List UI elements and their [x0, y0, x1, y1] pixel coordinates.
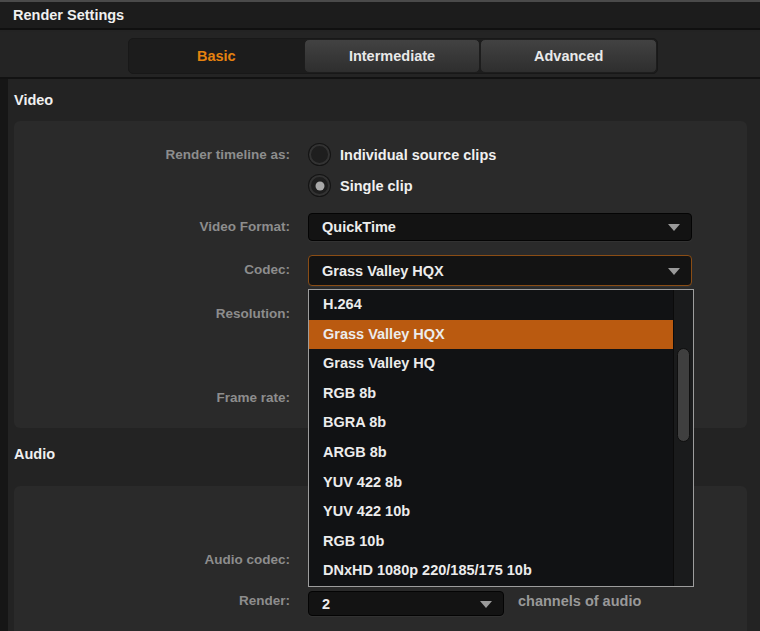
codec-dropdown-list: H.264Grass Valley HQXGrass Valley HQRGB …	[308, 289, 694, 587]
codec-option[interactable]: ARGB 8b	[309, 438, 693, 468]
render-settings-dialog: Render Settings Basic Intermediate Advan…	[0, 0, 760, 631]
codec-dropdown[interactable]: Grass Valley HQX	[308, 255, 692, 286]
tab-basic-label: Basic	[197, 48, 236, 64]
chevron-down-icon	[668, 224, 680, 231]
render-timeline-label: Render timeline as:	[0, 146, 290, 164]
codec-option[interactable]: BGRA 8b	[309, 408, 693, 438]
tab-group: Basic Intermediate Advanced	[128, 38, 658, 74]
codec-dropdown-items: H.264Grass Valley HQXGrass Valley HQRGB …	[309, 290, 693, 586]
codec-option[interactable]: Grass Valley HQX	[309, 320, 673, 350]
video-section-header: Video	[14, 92, 53, 108]
audio-channels-value: 2	[322, 596, 330, 612]
channels-of-audio-text: channels of audio	[518, 592, 641, 610]
dialog-title: Render Settings	[13, 7, 124, 23]
codec-option[interactable]: RGB 8b	[309, 379, 693, 409]
codec-option[interactable]: DNxHD 1080p 220/185/175 10b	[309, 556, 693, 586]
codec-option[interactable]: H.264	[309, 290, 693, 320]
chevron-down-icon	[480, 601, 492, 608]
audio-channels-dropdown[interactable]: 2	[308, 591, 504, 616]
scrollbar[interactable]	[673, 290, 693, 586]
radio-dot-icon	[315, 181, 324, 190]
codec-option[interactable]: Grass Valley HQ	[309, 349, 693, 379]
video-format-dropdown[interactable]: QuickTime	[308, 213, 692, 241]
codec-option[interactable]: RGB 10b	[309, 527, 693, 557]
codec-option[interactable]: YUV 422 10b	[309, 497, 693, 527]
tab-advanced-label: Advanced	[534, 48, 603, 64]
chevron-down-icon	[668, 268, 680, 275]
radio-individual-source-clips-label: Individual source clips	[340, 145, 496, 165]
tab-intermediate[interactable]: Intermediate	[304, 39, 481, 73]
video-format-value: QuickTime	[322, 219, 396, 235]
frame-rate-label: Frame rate:	[0, 389, 290, 407]
video-format-label: Video Format:	[0, 218, 290, 236]
codec-value: Grass Valley HQX	[322, 263, 444, 279]
tab-intermediate-label: Intermediate	[349, 48, 435, 64]
scrollbar-thumb[interactable]	[677, 348, 690, 442]
radio-single-clip[interactable]	[309, 175, 330, 196]
radio-individual-source-clips[interactable]	[309, 144, 330, 165]
dialog-titlebar: Render Settings	[0, 0, 760, 30]
tab-basic[interactable]: Basic	[129, 39, 304, 73]
tab-advanced[interactable]: Advanced	[480, 39, 657, 73]
codec-label: Codec:	[0, 261, 290, 279]
codec-option[interactable]: YUV 422 8b	[309, 468, 693, 498]
radio-single-clip-label: Single clip	[340, 176, 413, 196]
render-channels-label: Render:	[0, 592, 290, 610]
audio-section-header: Audio	[14, 446, 55, 462]
resolution-label: Resolution:	[0, 305, 290, 323]
tab-bar: Basic Intermediate Advanced	[0, 32, 760, 79]
audio-codec-label: Audio codec:	[0, 551, 290, 569]
